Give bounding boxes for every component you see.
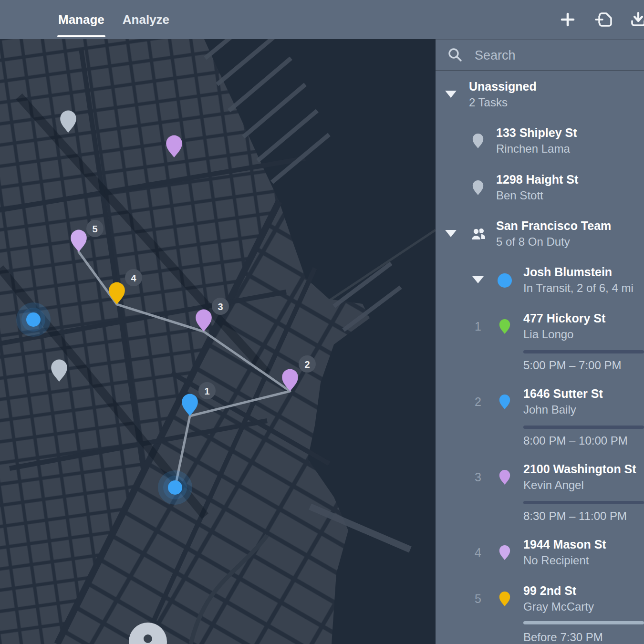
task-address: 133 Shipley St [496,125,577,141]
unassigned-section-header[interactable]: Unassigned 2 Tasks [436,78,644,112]
stop-number-badge[interactable]: 2 [299,355,316,373]
svg-text:5: 5 [92,224,97,234]
section-subtitle: 2 Tasks [469,94,537,111]
unassigned-task-row[interactable]: 1298 Haight St Ben Stott [436,171,644,205]
svg-text:1: 1 [204,386,209,396]
task-recipient: No Recipient [523,552,644,569]
stop-number-badge[interactable]: 1 [198,382,216,399]
task-number: 1 [469,320,487,333]
search-bar [436,40,644,71]
task-time-window: 5:00 PM – 7:00 PM [523,358,621,373]
search-icon [447,47,463,63]
task-address: 1646 Sutter St [523,385,644,402]
topbar: Manage Analyze [0,0,644,39]
task-recipient: Ben Stott [496,187,578,204]
route-task-row[interactable]: 3 2100 Washington St Kevin Angel [436,461,644,494]
driver-row[interactable]: Josh Blumstein In Transit, 2 of 6, 4 mi [436,264,644,297]
tab-manage[interactable]: Manage [58,0,104,39]
task-address: 2100 Washington St [523,461,644,477]
driver-status: In Transit, 2 of 6, 4 mi [523,280,644,296]
team-subtitle: 5 of 8 On Duty [496,234,611,250]
task-progress-bar [523,621,644,624]
task-recipient: John Baily [523,402,644,418]
task-address: 1944 Mason St [523,536,644,552]
task-recipient: Rinchen Lama [496,141,577,157]
route-task-row[interactable]: 4 1944 Mason St No Recipient [436,536,644,570]
add-icon[interactable] [557,9,578,30]
team-icon [470,227,487,241]
task-pin-icon [499,545,510,561]
search-input[interactable] [474,44,633,66]
driver-location-dot[interactable] [16,302,51,337]
task-number: 3 [469,470,487,484]
team-title: San Francisco Team [496,218,611,234]
tab-analyze[interactable]: Analyze [123,0,169,39]
driver-status-dot [498,273,512,288]
task-time-window: 8:00 PM – 10:00 PM [523,434,628,448]
import-icon[interactable] [593,9,614,30]
task-progress-bar [523,350,644,353]
collapse-triangle-icon [445,230,457,237]
team-section-header[interactable]: San Francisco Team 5 of 8 On Duty [436,218,644,251]
collapse-triangle-icon [472,276,484,283]
stop-number-badge[interactable]: 4 [125,269,142,286]
task-number: 2 [469,395,487,409]
task-number: 5 [469,592,487,606]
svg-text:3: 3 [218,301,223,312]
map[interactable]: 12345 [0,39,436,644]
driver-name: Josh Blumstein [523,264,644,280]
task-pin-icon [472,133,484,149]
app-window: Manage Analyze [0,0,644,644]
sidebar: Unassigned 2 Tasks 133 Shipley St Rinche… [436,39,644,644]
task-recipient: Kevin Angel [523,477,644,493]
task-progress-bar [523,501,644,504]
unassigned-task-row[interactable]: 133 Shipley St Rinchen Lama [436,125,644,158]
svg-text:4: 4 [131,273,136,283]
section-title: Unassigned [469,78,537,94]
task-pin-icon [499,319,510,334]
collapse-triangle-icon [445,91,457,98]
task-recipient: Gray McCarty [523,599,644,615]
task-address: 1298 Haight St [496,171,578,187]
route-task-row[interactable]: 5 99 2nd St Gray McCarty [436,582,644,616]
task-pin-icon [499,469,510,485]
task-time-window: 8:30 PM – 11:00 PM [523,509,627,523]
download-icon[interactable] [628,9,644,30]
nav-tabs: Manage Analyze [58,0,169,39]
active-tab-underline [57,35,105,37]
driver-location-dot[interactable] [158,470,192,505]
svg-text:2: 2 [304,359,310,370]
stop-number-badge[interactable]: 3 [212,298,229,315]
task-pin-icon [499,591,510,607]
task-pin-icon [499,394,510,410]
task-progress-bar [523,426,644,429]
task-number: 4 [469,546,487,560]
stop-number-badge[interactable]: 5 [86,220,104,237]
tab-manage-label: Manage [58,12,104,27]
task-time-window: Before 7:30 PM [523,630,603,644]
task-pin-icon [472,180,484,196]
task-address: 99 2nd St [523,582,644,599]
route-task-row[interactable]: 2 1646 Sutter St John Baily [436,385,644,419]
task-recipient: Lia Longo [523,326,644,343]
route-task-row[interactable]: 1 477 Hickory St Lia Longo [436,310,644,343]
task-address: 477 Hickory St [523,310,644,326]
tab-analyze-label: Analyze [123,12,169,27]
